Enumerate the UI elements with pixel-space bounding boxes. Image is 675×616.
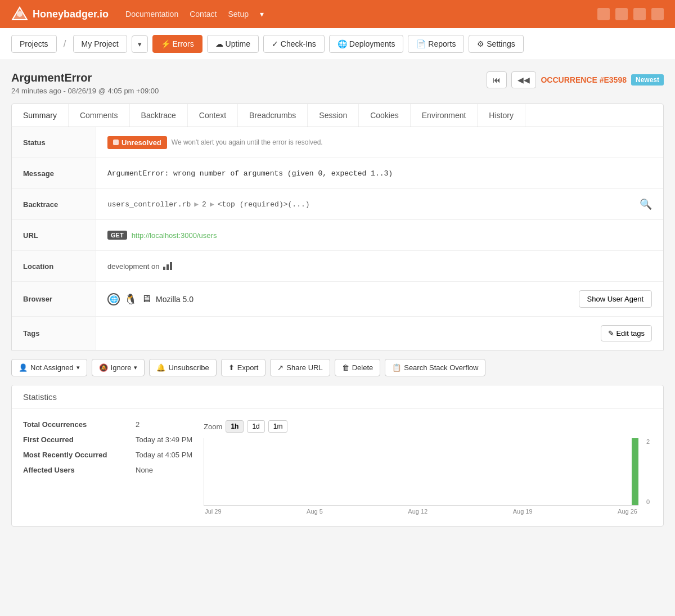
backtrace-arrow2: ▶	[210, 200, 214, 209]
affected-users-label: Affected Users	[23, 466, 136, 474]
occurrence-label: OCCURRENCE #E3598	[541, 75, 627, 84]
detail-table: Status Unresolved We won't alert you aga…	[11, 127, 664, 350]
ignore-button[interactable]: 🔕 Ignore	[92, 359, 145, 376]
show-user-agent-button[interactable]: Show User Agent	[579, 290, 652, 308]
reports-button[interactable]: 📄 Reports	[408, 35, 464, 53]
errors-button[interactable]: ⚡ Errors	[152, 35, 202, 53]
export-icon: ⬆	[228, 363, 235, 372]
statistics-body: Total Occurrences 2 First Occurred Today…	[12, 409, 663, 526]
nav-dropdown[interactable]: ▾	[260, 10, 264, 19]
projects-button[interactable]: Projects	[11, 35, 57, 53]
url-link[interactable]: http://localhost:3000/users	[132, 231, 217, 240]
delete-button[interactable]: 🗑 Delete	[335, 359, 381, 376]
chart-label-aug12: Aug 12	[408, 508, 428, 515]
tab-context[interactable]: Context	[188, 104, 238, 127]
unsubscribe-button[interactable]: 🔔 Unsubscribe	[149, 359, 216, 376]
tab-history[interactable]: History	[478, 104, 525, 127]
chart-label-aug5: Aug 5	[307, 508, 323, 515]
project-chevron[interactable]: ▾	[132, 35, 148, 53]
backtrace-label: Backtrace	[12, 189, 96, 219]
nav-documentation[interactable]: Documentation	[125, 10, 178, 19]
chart-labels: Jul 29 Aug 5 Aug 12 Aug 19 Aug 26	[204, 508, 638, 515]
nav-setup[interactable]: Setup	[228, 10, 249, 19]
top-nav-right	[597, 8, 664, 20]
total-occurrences-row: Total Occurrences 2	[23, 420, 192, 429]
unresolved-badge[interactable]: Unresolved	[107, 136, 167, 149]
statistics-right: Zoom 1h 1d 1m 2 0 Jul 29 Aug 5 Au	[204, 420, 652, 515]
statistics-left: Total Occurrences 2 First Occurred Today…	[23, 420, 192, 515]
zoom-1h-button[interactable]: 1h	[226, 420, 244, 433]
zoom-1d-button[interactable]: 1d	[247, 420, 264, 433]
message-row: Message ArgumentError: wrong number of a…	[12, 158, 663, 189]
not-assigned-button[interactable]: 👤 Not Assigned	[11, 359, 87, 376]
backtrace-value: users_controller.rb ▶ 2 ▶ <top (required…	[96, 189, 663, 219]
settings-button[interactable]: ⚙ Settings	[469, 35, 523, 53]
nav-contact[interactable]: Contact	[190, 10, 217, 19]
checkins-button[interactable]: ✓ Check-Ins	[263, 35, 325, 53]
location-text: development on	[107, 262, 172, 271]
error-info: ArgumentError 24 minutes ago - 08/26/19 …	[11, 71, 159, 95]
status-row: Status Unresolved We won't alert you aga…	[12, 127, 663, 158]
share-url-button[interactable]: ↗ Share URL	[270, 359, 330, 376]
search-icon[interactable]: 🔍	[640, 198, 652, 210]
tab-summary[interactable]: Summary	[12, 104, 69, 127]
tabs: Summary Comments Backtrace Context Bread…	[11, 104, 664, 127]
user-assign-icon: 👤	[19, 363, 28, 372]
location-row: Location development on	[12, 251, 663, 282]
prev-occurrence-btn[interactable]: ◀◀	[511, 71, 536, 88]
tags-label: Tags	[12, 317, 96, 350]
most-recent-label: Most Recently Occurred	[23, 451, 136, 459]
signal-icon	[163, 262, 172, 270]
most-recent-value: Today at 4:05 PM	[136, 451, 192, 459]
tab-environment[interactable]: Environment	[411, 104, 478, 127]
tux-icon: 🐧	[124, 293, 137, 305]
chart-label-jul29: Jul 29	[205, 508, 221, 515]
zoom-1m-button[interactable]: 1m	[268, 420, 288, 433]
tab-backtrace[interactable]: Backtrace	[130, 104, 188, 127]
tab-cookies[interactable]: Cookies	[359, 104, 411, 127]
user-icon[interactable]	[597, 8, 610, 20]
error-timestamp: 24 minutes ago - 08/26/19 @ 4:05 pm +09:…	[11, 87, 159, 95]
menu-icon[interactable]	[651, 8, 664, 20]
browser-row: Browser 🌐 🐧 🖥 Mozilla 5.0 Show User Agen…	[12, 282, 663, 317]
notification-icon[interactable]	[615, 8, 628, 20]
backtrace-method: <top (required)>(...)	[218, 200, 310, 209]
first-occurred-label: First Occurred	[23, 435, 136, 444]
first-occurred-row: First Occurred Today at 3:49 PM	[23, 435, 192, 444]
occurrence-nav: ⏮ ◀◀ OCCURRENCE #E3598 Newest	[487, 71, 664, 88]
zoom-label: Zoom	[204, 422, 222, 431]
export-button[interactable]: ⬆ Export	[221, 359, 266, 376]
message-value: ArgumentError: wrong number of arguments…	[96, 158, 663, 188]
first-occurrence-btn[interactable]: ⏮	[487, 71, 507, 88]
location-value: development on	[96, 251, 663, 281]
affected-users-row: Affected Users None	[23, 466, 192, 474]
top-nav-links: Documentation Contact Setup ▾	[125, 10, 597, 19]
chart-label-aug26: Aug 26	[618, 508, 637, 515]
my-project-button[interactable]: My Project	[73, 35, 127, 53]
chart-label-aug19: Aug 19	[513, 508, 533, 515]
message-label: Message	[12, 158, 96, 188]
search-stack-overflow-button[interactable]: 📋 Search Stack Overflow	[385, 359, 485, 376]
tags-row: Tags ✎ Edit tags	[12, 317, 663, 350]
backtrace-arrow1: ▶	[194, 200, 199, 209]
uptime-button[interactable]: ☁ Uptime	[207, 35, 259, 53]
affected-users-value: None	[136, 466, 153, 474]
backtrace-line: 2	[202, 200, 206, 209]
browser-icons: 🌐 🐧 🖥 Mozilla 5.0	[107, 293, 194, 305]
error-title: ArgumentError	[11, 71, 159, 84]
edit-tags-button[interactable]: ✎ Edit tags	[601, 325, 652, 341]
ignore-icon: 🔕	[99, 363, 108, 372]
tab-breadcrumbs[interactable]: Breadcrumbs	[238, 104, 308, 127]
status-label: Status	[12, 127, 96, 158]
tab-session[interactable]: Session	[308, 104, 359, 127]
chart-bar-aug26	[632, 438, 638, 505]
tab-comments[interactable]: Comments	[69, 104, 130, 127]
action-bar: 👤 Not Assigned 🔕 Ignore 🔔 Unsubscribe ⬆ …	[11, 359, 664, 376]
deployments-button[interactable]: 🌐 Deployments	[329, 35, 404, 53]
unsubscribe-icon: 🔔	[156, 363, 165, 372]
settings-icon[interactable]	[633, 8, 646, 20]
url-value: GET http://localhost:3000/users	[96, 220, 663, 250]
globe-icon: 🌐	[107, 293, 120, 305]
status-value: Unresolved We won't alert you again unti…	[96, 127, 663, 158]
logo[interactable]: Honeybadger.io	[11, 6, 109, 23]
